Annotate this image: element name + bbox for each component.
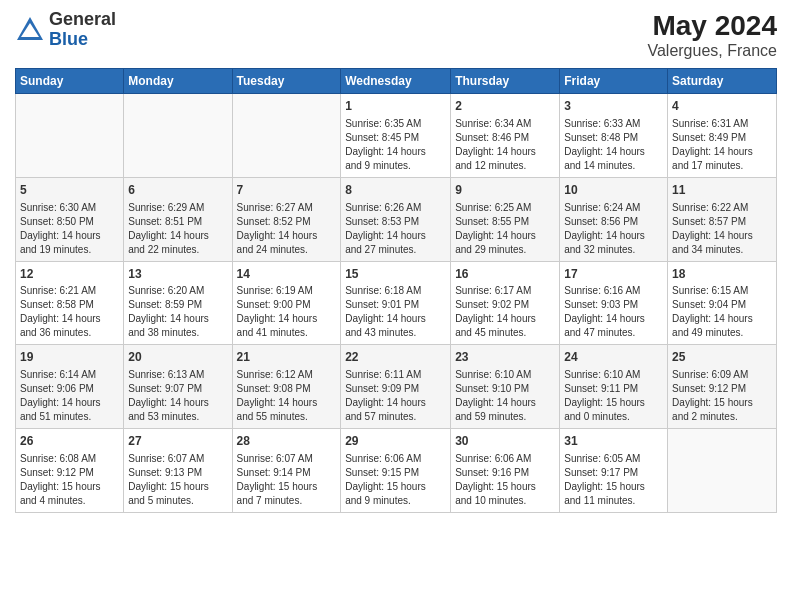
cell-text: and 57 minutes. (345, 410, 446, 424)
calendar-cell: 14Sunrise: 6:19 AMSunset: 9:00 PMDayligh… (232, 261, 341, 345)
day-number: 27 (128, 433, 227, 450)
cell-text: Sunrise: 6:06 AM (455, 452, 555, 466)
calendar-cell: 16Sunrise: 6:17 AMSunset: 9:02 PMDayligh… (451, 261, 560, 345)
cell-text: Sunset: 8:49 PM (672, 131, 772, 145)
calendar-week-5: 26Sunrise: 6:08 AMSunset: 9:12 PMDayligh… (16, 429, 777, 513)
day-number: 11 (672, 182, 772, 199)
cell-text: Daylight: 14 hours (237, 312, 337, 326)
cell-text: Daylight: 14 hours (672, 229, 772, 243)
day-number: 16 (455, 266, 555, 283)
cell-text: and 0 minutes. (564, 410, 663, 424)
cell-text: Sunrise: 6:13 AM (128, 368, 227, 382)
cell-text: Daylight: 15 hours (128, 480, 227, 494)
day-number: 15 (345, 266, 446, 283)
cell-text: Sunrise: 6:06 AM (345, 452, 446, 466)
calendar-cell: 12Sunrise: 6:21 AMSunset: 8:58 PMDayligh… (16, 261, 124, 345)
logo-general-text: General (49, 10, 116, 30)
day-number: 2 (455, 98, 555, 115)
cell-text: Sunset: 9:03 PM (564, 298, 663, 312)
cell-text: Sunrise: 6:15 AM (672, 284, 772, 298)
day-number: 25 (672, 349, 772, 366)
cell-text: Sunrise: 6:05 AM (564, 452, 663, 466)
cell-text: Sunset: 9:02 PM (455, 298, 555, 312)
cell-text: Daylight: 15 hours (564, 480, 663, 494)
day-number: 30 (455, 433, 555, 450)
cell-text: and 29 minutes. (455, 243, 555, 257)
calendar-cell: 1Sunrise: 6:35 AMSunset: 8:45 PMDaylight… (341, 94, 451, 178)
cell-text: Sunrise: 6:18 AM (345, 284, 446, 298)
cell-text: Sunrise: 6:35 AM (345, 117, 446, 131)
day-number: 9 (455, 182, 555, 199)
cell-text: Daylight: 15 hours (237, 480, 337, 494)
cell-text: Sunset: 8:52 PM (237, 215, 337, 229)
calendar-cell: 22Sunrise: 6:11 AMSunset: 9:09 PMDayligh… (341, 345, 451, 429)
calendar-cell (668, 429, 777, 513)
cell-text: Sunrise: 6:14 AM (20, 368, 119, 382)
month-title: May 2024 (647, 10, 777, 42)
cell-text: Daylight: 14 hours (345, 229, 446, 243)
calendar-cell: 6Sunrise: 6:29 AMSunset: 8:51 PMDaylight… (124, 177, 232, 261)
cell-text: and 7 minutes. (237, 494, 337, 508)
calendar-cell: 8Sunrise: 6:26 AMSunset: 8:53 PMDaylight… (341, 177, 451, 261)
cell-text: Sunset: 8:58 PM (20, 298, 119, 312)
calendar-cell: 19Sunrise: 6:14 AMSunset: 9:06 PMDayligh… (16, 345, 124, 429)
cell-text: Sunset: 8:55 PM (455, 215, 555, 229)
cell-text: Sunset: 9:06 PM (20, 382, 119, 396)
calendar-body: 1Sunrise: 6:35 AMSunset: 8:45 PMDaylight… (16, 94, 777, 513)
calendar-cell: 30Sunrise: 6:06 AMSunset: 9:16 PMDayligh… (451, 429, 560, 513)
cell-text: and 4 minutes. (20, 494, 119, 508)
cell-text: Daylight: 14 hours (128, 396, 227, 410)
cell-text: Sunset: 8:59 PM (128, 298, 227, 312)
cell-text: Daylight: 14 hours (345, 312, 446, 326)
cell-text: and 49 minutes. (672, 326, 772, 340)
cell-text: Daylight: 14 hours (455, 229, 555, 243)
calendar-cell: 13Sunrise: 6:20 AMSunset: 8:59 PMDayligh… (124, 261, 232, 345)
cell-text: Daylight: 14 hours (564, 145, 663, 159)
day-number: 5 (20, 182, 119, 199)
cell-text: and 51 minutes. (20, 410, 119, 424)
cell-text: and 55 minutes. (237, 410, 337, 424)
logo-icon (15, 15, 45, 45)
calendar-cell: 7Sunrise: 6:27 AMSunset: 8:52 PMDaylight… (232, 177, 341, 261)
cell-text: Daylight: 15 hours (672, 396, 772, 410)
calendar-cell (232, 94, 341, 178)
calendar-cell: 10Sunrise: 6:24 AMSunset: 8:56 PMDayligh… (560, 177, 668, 261)
calendar-cell: 31Sunrise: 6:05 AMSunset: 9:17 PMDayligh… (560, 429, 668, 513)
cell-text: Sunset: 9:14 PM (237, 466, 337, 480)
calendar-cell: 4Sunrise: 6:31 AMSunset: 8:49 PMDaylight… (668, 94, 777, 178)
calendar-cell: 28Sunrise: 6:07 AMSunset: 9:14 PMDayligh… (232, 429, 341, 513)
cell-text: Sunrise: 6:30 AM (20, 201, 119, 215)
logo-text: General Blue (49, 10, 116, 50)
day-number: 6 (128, 182, 227, 199)
cell-text: Sunrise: 6:07 AM (128, 452, 227, 466)
day-number: 14 (237, 266, 337, 283)
cell-text: Sunset: 8:45 PM (345, 131, 446, 145)
cell-text: and 47 minutes. (564, 326, 663, 340)
day-header-tuesday: Tuesday (232, 69, 341, 94)
day-number: 10 (564, 182, 663, 199)
calendar-week-2: 5Sunrise: 6:30 AMSunset: 8:50 PMDaylight… (16, 177, 777, 261)
day-header-saturday: Saturday (668, 69, 777, 94)
cell-text: Sunrise: 6:10 AM (455, 368, 555, 382)
cell-text: Daylight: 14 hours (20, 229, 119, 243)
cell-text: and 12 minutes. (455, 159, 555, 173)
cell-text: Sunset: 8:53 PM (345, 215, 446, 229)
calendar-cell: 17Sunrise: 6:16 AMSunset: 9:03 PMDayligh… (560, 261, 668, 345)
day-number: 7 (237, 182, 337, 199)
logo: General Blue (15, 10, 116, 50)
calendar-cell: 3Sunrise: 6:33 AMSunset: 8:48 PMDaylight… (560, 94, 668, 178)
cell-text: and 10 minutes. (455, 494, 555, 508)
cell-text: Daylight: 14 hours (20, 396, 119, 410)
calendar-table: SundayMondayTuesdayWednesdayThursdayFrid… (15, 68, 777, 513)
cell-text: Sunrise: 6:26 AM (345, 201, 446, 215)
cell-text: Sunset: 8:57 PM (672, 215, 772, 229)
cell-text: and 53 minutes. (128, 410, 227, 424)
location-title: Valergues, France (647, 42, 777, 60)
cell-text: Sunrise: 6:22 AM (672, 201, 772, 215)
cell-text: Sunrise: 6:11 AM (345, 368, 446, 382)
cell-text: Sunset: 8:48 PM (564, 131, 663, 145)
day-number: 19 (20, 349, 119, 366)
cell-text: Daylight: 14 hours (237, 396, 337, 410)
cell-text: Sunset: 9:07 PM (128, 382, 227, 396)
day-number: 24 (564, 349, 663, 366)
